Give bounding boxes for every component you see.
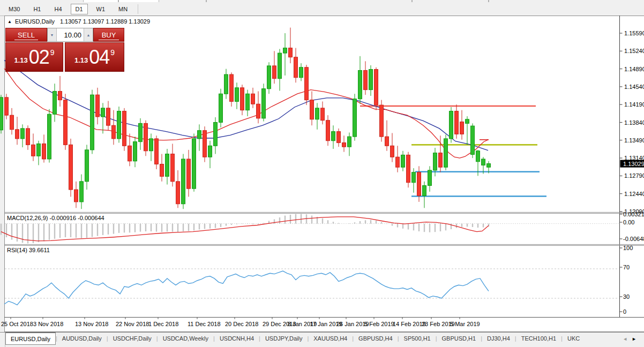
chart-ohlc-values: 1.13057 1.13097 1.12889 1.13029 (60, 18, 150, 25)
candle-bull (224, 74, 228, 94)
candle-bull (219, 94, 223, 122)
sell-button[interactable]: SELL (5, 28, 47, 42)
date-axis-label: 22 Nov 2018 (116, 321, 149, 327)
chevron-up-icon: ▲ (87, 33, 91, 37)
candle-bear (144, 123, 148, 150)
chart-tab-usdchf-daily[interactable]: USDCHF,Daily (108, 333, 156, 344)
sell-price-prefix: 1.13 (14, 56, 27, 64)
chart-tab-audusd-daily[interactable]: AUDUSD,Daily (57, 333, 107, 344)
candle-bear (391, 146, 394, 157)
candle-bull (139, 123, 143, 141)
macd-indicator-label: MACD(12,26,9) -0.000916 -0.000644 (7, 215, 104, 221)
price-axis-label: 1.12440 (624, 191, 644, 197)
chart-tab-sp500-h1[interactable]: SP500,H1 (399, 333, 436, 344)
candle-bear (64, 100, 68, 145)
candle-bull (48, 114, 51, 159)
chart-tab-usdcnh-h4[interactable]: USDCNH,H4 (215, 333, 259, 344)
candle-bear (407, 155, 410, 182)
chart-tab-usdjpy-daily[interactable]: USDJPY,Daily (260, 333, 308, 344)
rsi-axis-label: 100 (623, 245, 633, 251)
candle-bear (5, 97, 9, 115)
chart-symbol-label: EURUSD,Daily (15, 18, 55, 25)
candle-bear (273, 66, 276, 79)
candle-bull (482, 159, 485, 165)
candle-bull (166, 154, 169, 176)
date-axis-label: 1 Dec 2018 (148, 321, 178, 327)
candle-bear (342, 143, 346, 147)
candle-bull (0, 97, 3, 130)
date-axis-label: 3 Nov 2018 (33, 321, 63, 327)
candle-bull (214, 123, 218, 146)
candle-bull (283, 48, 287, 54)
rsi-axis-label: 0 (623, 308, 626, 315)
price-axis-label: 1.12790 (624, 172, 644, 179)
candle-bull (412, 172, 416, 183)
sell-price-tile[interactable]: 1.13029 (5, 42, 63, 72)
price-axis-label: 1.13840 (624, 119, 644, 126)
trading-platform-window: M30H1H4D1W1MN 1.155901.152401.148901.145… (0, 0, 644, 347)
chevron-down-icon: ▼ (50, 33, 54, 37)
buy-price-tile[interactable]: 1.13049 (65, 42, 124, 72)
chart-tab-gbpusd-h4[interactable]: GBPUSD,H4 (354, 333, 398, 344)
candle-bull (369, 70, 373, 90)
chart-tab-tech100-h1[interactable]: TECH100,H1 (516, 333, 561, 344)
price-axis-label: 1.15590 (624, 30, 644, 36)
rsi-indicator-label: RSI(14) 39.6611 (7, 247, 50, 253)
candle-bull (471, 126, 475, 154)
candle-bull (208, 146, 212, 157)
candle-bull (316, 108, 319, 119)
chart-tab-eurusd-daily[interactable]: EURUSD,Daily (5, 332, 56, 345)
buy-button[interactable]: BUY (93, 28, 124, 42)
date-axis-label: 11 Dec 2018 (188, 321, 221, 327)
candle-bull (450, 111, 453, 139)
candle-bear (69, 145, 73, 190)
tab-scroll-left-icon[interactable]: ◄ (623, 336, 632, 342)
candle-bull (192, 139, 196, 188)
candle-bear (289, 48, 293, 57)
candle-bear (251, 94, 255, 104)
chart-tab-usdcad-weekly[interactable]: USDCAD,Weekly (158, 333, 213, 344)
candle-bear (294, 57, 298, 78)
price-axis-label: 1.14540 (624, 84, 644, 90)
chart-tab-xauusd-h4[interactable]: XAUUSD,H4 (309, 333, 352, 344)
candle-bear (107, 108, 110, 125)
chart-tab-gbpusd-h1[interactable]: GBPUSD,H1 (437, 333, 481, 344)
candle-bull (433, 153, 437, 170)
chart-tab-dj30-h4[interactable]: DJ30,H4 (482, 333, 515, 344)
tab-scroll-right-icon[interactable]: ► (632, 336, 641, 342)
candle-bear (326, 120, 330, 141)
tab-scroll-arrows: ◄► (623, 336, 641, 342)
candle-bear (16, 130, 19, 139)
volume-decrease-button[interactable]: ▼ (48, 28, 57, 41)
buy-price-big: 04 (89, 46, 109, 69)
candle-bull (182, 159, 185, 204)
volume-increase-button[interactable]: ▲ (84, 28, 93, 41)
candle-bull (198, 131, 201, 139)
macd-axis-label: 0.00 (623, 219, 634, 225)
candle-bear (203, 131, 207, 157)
candle-bull (37, 144, 41, 156)
candle-bull (21, 129, 25, 139)
candle-bear (364, 70, 368, 89)
candle-bear (380, 105, 384, 137)
sell-price-pip: 9 (50, 48, 55, 57)
chart-tab-ukc[interactable]: UKC (563, 333, 585, 344)
date-axis-label: 13 Nov 2018 (75, 321, 108, 327)
volume-input[interactable] (57, 28, 84, 41)
collapse-arrow-icon[interactable]: ▲ (8, 19, 12, 24)
candle-bear (96, 95, 100, 117)
candle-bear (439, 153, 443, 168)
candle-bear (460, 122, 464, 134)
candle-bear (32, 145, 35, 156)
candle-bear (176, 182, 180, 204)
candle-bull (299, 67, 303, 78)
candle-bull (428, 170, 432, 186)
candle-bear (337, 132, 341, 143)
tabbar-grip (0, 333, 5, 347)
date-axis-label: 14 Feb 2019 (393, 321, 426, 327)
candle-bull (401, 155, 405, 167)
candle-bear (160, 164, 164, 177)
candle-bear (155, 139, 159, 164)
candle-bear (417, 172, 421, 196)
candle-bear (455, 111, 459, 134)
